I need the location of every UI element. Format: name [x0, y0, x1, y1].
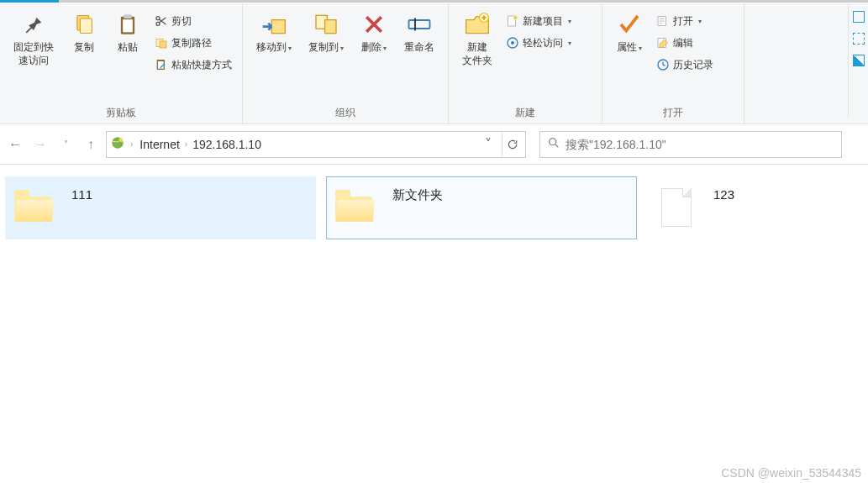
cut-button[interactable]: 剪切: [151, 11, 235, 31]
search-input[interactable]: [566, 138, 834, 151]
paste-button[interactable]: 粘贴: [108, 8, 148, 58]
scissors-icon: [155, 14, 168, 28]
file-name: 123: [713, 187, 734, 202]
back-button[interactable]: ←: [5, 134, 25, 155]
address-bar[interactable]: › Internet › 192.168.1.10 ˅: [106, 131, 526, 158]
forward-button[interactable]: →: [30, 134, 50, 155]
easy-access-button[interactable]: 轻松访问: [502, 33, 595, 53]
pin-button[interactable]: 固定到快 速访问: [7, 8, 60, 71]
refresh-button[interactable]: [502, 133, 522, 156]
ribbon-group-open: 属性 打开 编辑: [602, 4, 744, 123]
chevron-right-icon[interactable]: ›: [183, 139, 189, 149]
new-item-button[interactable]: 新建项目: [502, 11, 595, 31]
rename-button[interactable]: 重命名: [397, 8, 441, 58]
file-item[interactable]: 123: [647, 176, 849, 239]
properties-button[interactable]: 属性: [609, 8, 650, 58]
copy-to-button[interactable]: 复制到: [302, 8, 350, 58]
svg-rect-1: [80, 18, 92, 34]
open-button[interactable]: 打开: [653, 11, 737, 31]
search-box[interactable]: [539, 131, 842, 158]
svg-rect-4: [123, 19, 133, 32]
breadcrumb-item[interactable]: Internet: [138, 136, 181, 153]
open-icon: [656, 14, 670, 28]
new-folder-icon: [464, 11, 491, 38]
rename-icon: [406, 11, 433, 38]
file-list: 111 新文件夹 123: [0, 165, 868, 251]
up-button[interactable]: ↑: [81, 134, 101, 155]
file-name: 111: [71, 187, 92, 202]
folder-item[interactable]: 新文件夹: [326, 176, 637, 239]
select-none-icon[interactable]: [853, 33, 865, 45]
easy-access-icon: [506, 36, 519, 50]
delete-button[interactable]: 删除: [354, 8, 394, 58]
group-label-organize: 组织: [335, 104, 355, 122]
ribbon-overflow: [848, 4, 868, 118]
ribbon-group-new: 新建 文件夹 新建项目 轻松访问 新建: [449, 4, 602, 123]
new-item-icon: [506, 14, 519, 28]
folder-item[interactable]: 111: [5, 176, 316, 239]
history-icon: [656, 58, 670, 71]
paste-icon: [114, 11, 141, 38]
copy-button[interactable]: 复制: [64, 8, 104, 58]
breadcrumb-item[interactable]: 192.168.1.10: [191, 136, 263, 153]
delete-icon: [360, 11, 387, 38]
recent-locations-button[interactable]: ˅: [55, 134, 76, 155]
copy-to-icon: [313, 11, 339, 38]
search-icon: [547, 136, 560, 153]
folder-icon: [335, 188, 376, 228]
svg-rect-8: [160, 41, 166, 48]
copy-icon: [71, 11, 97, 38]
navigation-bar: ← → ˅ ↑ › Internet › 192.168.1.10 ˅: [0, 124, 868, 165]
paste-shortcut-icon: [155, 58, 168, 71]
svg-rect-13: [325, 20, 336, 34]
select-all-icon[interactable]: [853, 11, 865, 23]
history-button[interactable]: 历史记录: [653, 55, 737, 75]
file-icon: [656, 188, 697, 228]
ribbon-group-clipboard: 固定到快 速访问 复制 粘贴 剪切: [0, 4, 243, 123]
new-folder-button[interactable]: 新建 文件夹: [455, 8, 499, 71]
folder-icon: [14, 188, 55, 228]
paste-shortcut-button[interactable]: 粘贴快捷方式: [151, 55, 235, 75]
svg-point-25: [119, 138, 124, 142]
breadcrumb: Internet › 192.168.1.10: [138, 136, 475, 153]
edit-icon: [656, 36, 670, 50]
ribbon: 固定到快 速访问 复制 粘贴 剪切: [0, 0, 868, 124]
address-dropdown-button[interactable]: ˅: [478, 133, 498, 156]
group-label-clipboard: 剪贴板: [106, 104, 136, 122]
properties-icon: [616, 11, 643, 38]
watermark: CSDN @weixin_53544345: [721, 466, 861, 480]
invert-selection-icon[interactable]: [853, 55, 865, 66]
copy-path-icon: [155, 36, 168, 50]
svg-rect-3: [124, 14, 131, 18]
group-label-new: 新建: [515, 104, 535, 122]
svg-rect-14: [409, 20, 430, 29]
group-label-open: 打开: [663, 104, 683, 122]
location-icon: [110, 135, 125, 154]
svg-rect-11: [271, 20, 285, 34]
chevron-right-icon[interactable]: ›: [129, 139, 134, 149]
file-name: 新文件夹: [392, 187, 443, 203]
svg-point-20: [511, 41, 514, 45]
ribbon-group-organize: 移动到 复制到 删除 重命名 组织: [243, 4, 449, 123]
pin-icon: [20, 11, 47, 38]
edit-button[interactable]: 编辑: [653, 33, 737, 53]
move-to-icon: [260, 11, 287, 38]
svg-point-26: [550, 138, 556, 144]
copy-path-button[interactable]: 复制路径: [151, 33, 235, 53]
move-to-button[interactable]: 移动到: [250, 8, 298, 58]
